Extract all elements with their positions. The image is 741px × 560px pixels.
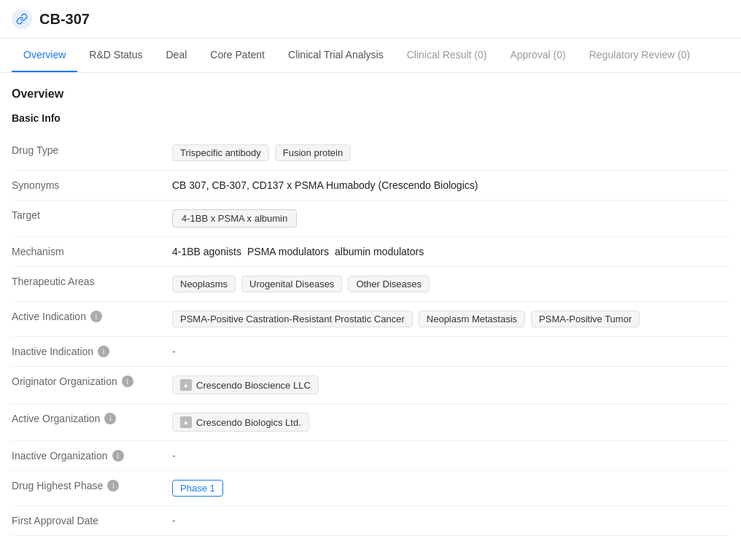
inactive-indication-label: Inactive Indication i <box>12 346 172 357</box>
target-value: 4-1BB x PSMA x albumin <box>172 209 729 228</box>
active-indication-value: PSMA-Positive Castration-Resistant Prost… <box>172 311 729 327</box>
active-org-badge: ▲ Crescendo Biologics Ltd. <box>172 413 309 432</box>
active-org-icon: ▲ <box>180 416 192 428</box>
drug-type-row: Drug Type Trispecific antibody Fusion pr… <box>12 136 729 171</box>
drug-highest-phase-value: Phase 1 <box>172 480 729 497</box>
drug-type-value: Trispecific antibody Fusion protein <box>172 144 729 161</box>
drug-type-tag-2: Fusion protein <box>275 144 351 161</box>
active-org-info-icon[interactable]: i <box>104 413 116 424</box>
inactive-indication-row: Inactive Indication i - <box>12 337 729 367</box>
therapeutic-areas-label: Therapeutic Areas <box>12 276 172 287</box>
active-org-value: ▲ Crescendo Biologics Ltd. <box>172 413 729 432</box>
therapeutic-areas-row: Therapeutic Areas Neoplasms Urogenital D… <box>12 267 729 302</box>
active-org-name: Crescendo Biologics Ltd. <box>196 417 301 428</box>
originator-org-value: ▲ Crescendo Bioscience LLC <box>172 376 729 394</box>
active-indication-row: Active Indication i PSMA-Positive Castra… <box>12 302 729 337</box>
inactive-indication-info-icon[interactable]: i <box>98 346 109 357</box>
first-approval-date-label: First Approval Date <box>12 515 172 526</box>
tab-clinical-trial-analysis[interactable]: Clinical Trial Analysis <box>276 39 395 72</box>
therapeutic-areas-value: Neoplasms Urogenital Diseases Other Dise… <box>172 276 729 292</box>
mechanism-part-3: albumin modulators <box>335 246 424 257</box>
mechanism-part-1: 4-1BB agonists <box>172 246 241 257</box>
target-label: Target <box>12 209 172 221</box>
mechanism-label: Mechanism <box>12 246 172 257</box>
tab-bar: Overview R&D Status Deal Core Patent Cli… <box>0 39 741 73</box>
tab-regulatory-review[interactable]: Regulatory Review (0) <box>578 39 702 72</box>
therapeutic-tag-3: Other Diseases <box>348 276 430 292</box>
tab-approval[interactable]: Approval (0) <box>498 39 577 72</box>
first-approval-date-row: First Approval Date - <box>12 506 729 536</box>
tab-deal[interactable]: Deal <box>155 39 199 72</box>
mechanism-row: Mechanism 4-1BB agonists PSMA modulators… <box>12 237 729 267</box>
target-row: Target 4-1BB x PSMA x albumin <box>12 201 729 237</box>
synonyms-value: CB 307, CB-307, CD137 x PSMA Humabody (C… <box>172 179 729 191</box>
synonyms-row: Synonyms CB 307, CB-307, CD137 x PSMA Hu… <box>12 171 729 201</box>
synonyms-label: Synonyms <box>12 179 172 191</box>
originator-org-row: Originator Organization i ▲ Crescendo Bi… <box>12 367 729 404</box>
drug-highest-phase-row: Drug Highest Phase i Phase 1 <box>12 471 729 506</box>
tab-core-patent[interactable]: Core Patent <box>198 39 276 72</box>
indication-tag-2: Neoplasm Metastasis <box>419 311 525 327</box>
originator-org-name: Crescendo Bioscience LLC <box>196 380 311 391</box>
inactive-indication-value: - <box>172 346 729 357</box>
therapeutic-tag-1: Neoplasms <box>172 276 236 292</box>
active-org-label: Active Organization i <box>12 413 172 424</box>
inactive-org-label: Inactive Organization i <box>12 450 172 462</box>
drug-type-tag-1: Trispecific antibody <box>172 144 269 161</box>
tab-rd-status[interactable]: R&D Status <box>77 39 154 72</box>
drug-highest-phase-info-icon[interactable]: i <box>107 480 119 491</box>
mechanism-part-2: PSMA modulators <box>247 246 329 257</box>
inactive-org-value: - <box>172 450 729 462</box>
active-indication-label: Active Indication i <box>12 311 172 322</box>
originator-org-icon: ▲ <box>180 379 192 391</box>
page-title: CB-307 <box>39 11 90 28</box>
therapeutic-tag-2: Urogenital Diseases <box>241 276 342 292</box>
inactive-org-info-icon[interactable]: i <box>112 450 124 462</box>
active-indication-info-icon[interactable]: i <box>90 311 102 322</box>
originator-org-info-icon[interactable]: i <box>122 376 133 387</box>
mechanism-value: 4-1BB agonists PSMA modulators albumin m… <box>172 246 729 257</box>
originator-org-badge: ▲ Crescendo Bioscience LLC <box>172 376 319 394</box>
originator-org-label: Originator Organization i <box>12 376 172 387</box>
indication-tag-3: PSMA-Positive Tumor <box>531 311 640 327</box>
inactive-org-row: Inactive Organization i - <box>12 441 729 471</box>
first-approval-date-value: - <box>172 515 729 526</box>
active-org-row: Active Organization i ▲ Crescendo Biolog… <box>12 404 729 441</box>
header: CB-307 <box>0 0 741 39</box>
phase-tag[interactable]: Phase 1 <box>172 480 223 497</box>
indication-tag-1: PSMA-Positive Castration-Resistant Prost… <box>172 311 413 327</box>
header-icon <box>12 9 32 29</box>
content-area: Overview Basic Info Drug Type Trispecifi… <box>0 73 741 551</box>
tab-overview[interactable]: Overview <box>12 39 77 72</box>
tab-clinical-result[interactable]: Clinical Result (0) <box>395 39 499 72</box>
drug-type-label: Drug Type <box>12 144 172 156</box>
drug-highest-phase-label: Drug Highest Phase i <box>12 480 172 491</box>
section-title: Overview <box>12 88 729 101</box>
target-tag: 4-1BB x PSMA x albumin <box>172 209 297 228</box>
subsection-title: Basic Info <box>12 112 729 124</box>
